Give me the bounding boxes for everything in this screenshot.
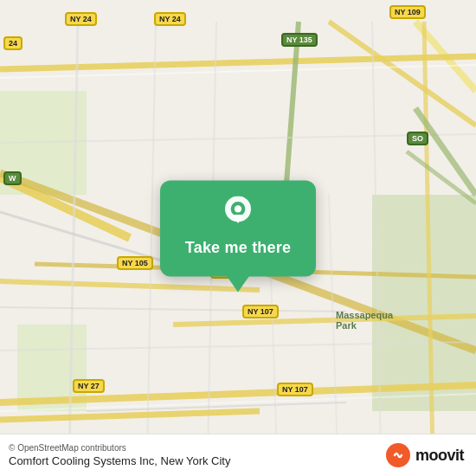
- road-badge-w: W: [3, 171, 22, 185]
- location-pin-icon: [221, 196, 255, 230]
- road-badge-ny107: NY 107: [242, 305, 279, 318]
- map-container: NY 24 NY 24 NY 109 NY 135 SO NY 105 NY 1…: [0, 0, 476, 476]
- business-name: Comfort Cooling Systems Inc, New York Ci…: [9, 454, 230, 467]
- svg-line-10: [0, 281, 260, 290]
- svg-line-26: [0, 411, 260, 420]
- road-badge-ny27: NY 27: [73, 379, 105, 393]
- road-badge-ny105: NY 105: [117, 256, 153, 270]
- svg-line-4: [329, 22, 476, 125]
- moovit-logo[interactable]: moovit: [386, 443, 464, 467]
- road-badge-ny24: NY 24: [65, 12, 97, 26]
- svg-line-7: [286, 22, 299, 195]
- road-badge-24: 24: [3, 36, 23, 50]
- svg-line-29: [0, 307, 346, 312]
- svg-point-32: [235, 205, 241, 212]
- road-badge-ny24b: NY 24: [154, 12, 186, 26]
- map-attribution: © OpenStreetMap contributors: [9, 443, 230, 453]
- road-badge-ny135: NY 135: [281, 33, 318, 47]
- svg-rect-0: [372, 195, 476, 411]
- road-badge-ny109: NY 109: [389, 5, 426, 19]
- bottom-bar-info: © OpenStreetMap contributors Comfort Coo…: [9, 443, 230, 467]
- take-me-there-button[interactable]: Take me there: [185, 239, 291, 257]
- moovit-icon: [386, 443, 410, 467]
- map-popup[interactable]: Take me there: [160, 180, 316, 276]
- moovit-text: moovit: [415, 447, 464, 465]
- road-badge-ny107b: NY 107: [277, 383, 313, 396]
- svg-line-15: [147, 22, 156, 454]
- moovit-brand-icon: [390, 447, 406, 463]
- park-label: MassapequaPark: [336, 310, 393, 331]
- road-badge-so: SO: [407, 132, 428, 145]
- bottom-bar: © OpenStreetMap contributors Comfort Coo…: [0, 434, 476, 476]
